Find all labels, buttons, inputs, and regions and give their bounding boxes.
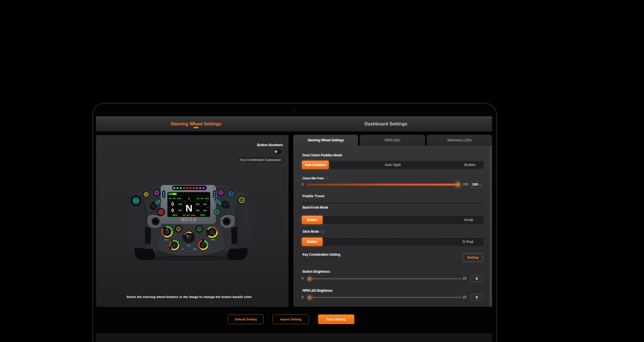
svg-text:WPS: WPS <box>211 239 215 241</box>
svg-text:FFB: FFB <box>187 245 191 246</box>
svg-text:P: P <box>241 199 243 202</box>
svg-text:S1: S1 <box>156 192 158 194</box>
svg-text:0.0: 0.0 <box>179 209 182 212</box>
svg-text:DRS: DRS <box>172 214 177 217</box>
svg-text:TC: TC <box>182 248 184 250</box>
svg-text:0.0: 0.0 <box>179 203 182 205</box>
svg-text:0.0: 0.0 <box>203 209 207 212</box>
svg-text:0.0: 0.0 <box>196 203 200 205</box>
svg-text:0: 0 <box>188 197 190 200</box>
svg-text:N: N <box>185 203 193 213</box>
svg-text:MGU: MGU <box>164 239 168 241</box>
svg-text:MOZA: MOZA <box>181 217 197 222</box>
svg-text:00:00.000: 00:00.000 <box>183 214 195 217</box>
svg-text:TP: TP <box>216 211 218 213</box>
svg-text:LAP: LAP <box>168 207 170 208</box>
svg-text:FL: FL <box>230 193 232 195</box>
svg-text:ABS: ABS <box>193 248 197 250</box>
svg-text:R: R <box>178 228 179 230</box>
svg-text:0: 0 <box>172 208 174 213</box>
svg-text:0.0: 0.0 <box>196 209 200 212</box>
svg-text:0.0: 0.0 <box>203 203 207 205</box>
svg-text:00:00.000: 00:00.000 <box>196 197 209 200</box>
svg-text:FUEL: FUEL <box>206 207 209 208</box>
svg-text:RACING: RACING <box>183 222 196 224</box>
svg-text:ERS: ERS <box>200 214 205 217</box>
svg-text:S2: S2 <box>220 192 222 194</box>
svg-text:RR: RR <box>207 201 208 202</box>
svg-text:00:00.000: 00:00.000 <box>169 197 181 200</box>
svg-text:N: N <box>198 228 200 230</box>
svg-text:GEAR: GEAR <box>183 201 186 202</box>
svg-text:0: 0 <box>172 202 174 207</box>
